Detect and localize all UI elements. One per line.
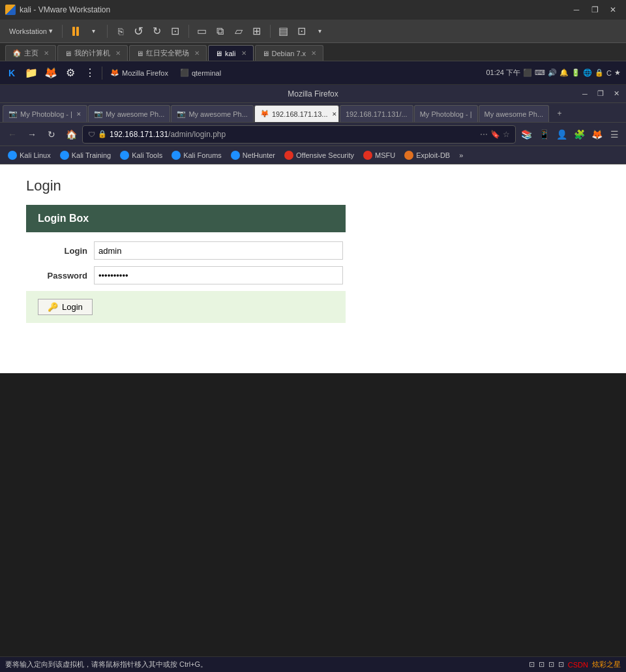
view-fit[interactable]: ⧉ — [213, 25, 228, 38]
ff-tab-3[interactable]: 📷 My awesome Ph... — [171, 105, 253, 122]
status-icon-1: ⊡ — [529, 660, 535, 669]
menu-icon[interactable]: ☰ — [606, 127, 622, 142]
ff-tab-6[interactable]: My Photoblog - | — [414, 105, 478, 122]
kali-browser-icon[interactable]: 🦊 — [42, 64, 60, 82]
bm-kali-training[interactable]: Kali Training — [56, 148, 115, 162]
minimize-button[interactable]: ─ — [569, 3, 584, 16]
login-box-container: Login Box Login Password 🔑 Login — [26, 205, 346, 323]
pause-button[interactable] — [68, 25, 83, 38]
home-button[interactable]: 🏠 — [63, 126, 80, 143]
synced-tabs-icon[interactable]: 📱 — [536, 127, 552, 142]
bookmarks-bar: Kali Linux Kali Training Kali Tools Kali… — [0, 146, 626, 164]
bm-exploit-db-label: Exploit-DB — [416, 151, 450, 159]
kali-linux-bm-icon — [8, 151, 17, 160]
kali-tab-close[interactable]: ✕ — [241, 50, 246, 57]
vm-tab-redday[interactable]: 🖥 红日安全靶场 ✕ — [129, 45, 207, 61]
kali-settings-icon[interactable]: ⚙ — [61, 64, 80, 82]
kali-audio-icon: 🔊 — [548, 69, 557, 77]
addr-more-icon[interactable]: ⋯ — [480, 130, 488, 139]
login-submit-button[interactable]: 🔑 Login — [38, 299, 93, 315]
vm-tabs-bar: 🏠 主页 ✕ 🖥 我的计算机 ✕ 🖥 红日安全靶场 ✕ 🖥 kali ✕ 🖥 D… — [0, 43, 626, 61]
firefox-taskbar-icon: 🦊 — [110, 69, 119, 77]
addr-star-icon[interactable]: ☆ — [503, 130, 510, 139]
login-page-title: Login — [26, 177, 600, 194]
qterminal-taskbar-btn[interactable]: ⬛ qterminal — [175, 64, 226, 82]
firefox-restore-btn[interactable]: ❐ — [593, 88, 608, 100]
redday-tab-icon: 🖥 — [136, 50, 143, 57]
bm-kali-forums[interactable]: Kali Forums — [168, 148, 226, 162]
workstation-dropdown-icon: ▾ — [49, 27, 53, 35]
toolbar-separator-3 — [188, 25, 189, 38]
pause-icon — [72, 27, 79, 36]
address-bar[interactable]: 🛡 🔒 192.168.171.131/admin/login.php ⋯ 🔖 … — [82, 125, 516, 144]
bm-nethunter[interactable]: NetHunter — [227, 148, 279, 162]
firefox-taskbar-btn[interactable]: 🦊 Mozilla Firefox — [105, 64, 173, 82]
firefox-nav-right: 📚 📱 👤 🧩 🦊 ☰ — [518, 127, 622, 142]
library-icon[interactable]: 📚 — [518, 127, 534, 142]
view-fullscreen[interactable]: ▭ — [194, 25, 210, 38]
ff-tab-1-close[interactable]: ✕ — [76, 111, 82, 117]
redday-tab-close[interactable]: ✕ — [194, 50, 200, 57]
bm-exploit-db[interactable]: Exploit-DB — [400, 148, 454, 162]
ff-tab-4-close[interactable]: ✕ — [332, 111, 337, 117]
firefox-close-btn[interactable]: ✕ — [609, 88, 623, 100]
ff-tab-7[interactable]: My awesome Ph... — [479, 105, 549, 122]
bm-msfu-label: MSFU — [375, 151, 395, 159]
ff-tab-5[interactable]: 192.168.171.131/... — [340, 105, 413, 122]
view-stretch[interactable]: ⊞ — [249, 25, 265, 38]
home-tab-close[interactable]: ✕ — [44, 50, 49, 57]
profile-icon[interactable]: 👤 — [554, 127, 569, 142]
bm-offensive-security[interactable]: Offensive Security — [280, 148, 358, 162]
kali-running-apps: 🦊 Mozilla Firefox ⬛ qterminal — [105, 64, 484, 82]
restore-snapshot-button[interactable]: ↺ — [131, 25, 147, 38]
bm-msfu[interactable]: MSFU — [359, 148, 399, 162]
debian-tab-close[interactable]: ✕ — [311, 50, 316, 57]
restore-button[interactable]: ❐ — [587, 3, 603, 16]
firefox-logo-icon[interactable]: 🦊 — [589, 127, 604, 142]
reload-button[interactable]: ↻ — [43, 126, 60, 143]
close-button[interactable]: ✕ — [605, 3, 621, 16]
forward-button[interactable]: → — [23, 126, 40, 143]
ff-tab-2[interactable]: 📷 My awesome Ph... — [88, 105, 170, 122]
bm-kali-linux[interactable]: Kali Linux — [4, 148, 55, 162]
kali-terminal-status-icon: ⬛ — [523, 69, 532, 77]
kali-taskbar-sep — [102, 67, 102, 80]
mycomputer-tab-close[interactable]: ✕ — [115, 50, 121, 57]
send-ctrl-alt-del[interactable]: ⊡ — [168, 25, 183, 38]
password-input[interactable] — [94, 266, 343, 284]
pause-dropdown[interactable]: ▾ — [86, 25, 102, 38]
qterminal-taskbar-label: qterminal — [192, 69, 221, 77]
nethunter-bm-icon — [231, 151, 240, 160]
ff-tab-4[interactable]: 🦊 192.168.171.13... ✕ — [254, 105, 339, 122]
ff-new-tab-btn[interactable]: + — [551, 105, 568, 122]
vm-tab-debian[interactable]: 🖥 Debian 7.x ✕ — [255, 45, 324, 61]
ff-tab-2-icon: 📷 — [94, 110, 103, 118]
terminal-button[interactable]: ▤ — [276, 25, 291, 38]
kali-menu-icon[interactable]: K — [3, 64, 21, 82]
snapshot-manager-button[interactable]: ↻ — [149, 25, 165, 38]
view-more-dropdown[interactable]: ▾ — [312, 25, 328, 38]
kali-files-icon[interactable]: 📁 — [22, 64, 40, 82]
vm-tab-mycomputer[interactable]: 🖥 我的计算机 ✕ — [57, 45, 128, 61]
ff-tab-6-label: My Photoblog - | — [420, 110, 472, 118]
view-expand[interactable]: ⊡ — [294, 25, 310, 38]
vm-tab-kali[interactable]: 🖥 kali ✕ — [208, 45, 254, 61]
ff-tab-1[interactable]: 📷 My Photoblog - | ✕ — [3, 105, 87, 122]
vm-tab-home[interactable]: 🏠 主页 ✕ — [5, 45, 56, 61]
ff-tab-3-icon: 📷 — [177, 110, 186, 118]
login-button-row: 🔑 Login — [26, 291, 346, 323]
bm-more[interactable]: » — [455, 148, 467, 162]
snapshot-button[interactable]: ⎘ — [113, 25, 128, 38]
addr-bookmark-icon[interactable]: 🔖 — [490, 130, 500, 139]
bm-kali-tools[interactable]: Kali Tools — [116, 148, 166, 162]
workstation-menu[interactable]: Workstation ▾ — [5, 24, 57, 38]
back-button[interactable]: ← — [4, 126, 21, 143]
view-unity[interactable]: ▱ — [231, 25, 246, 38]
extensions-icon[interactable]: 🧩 — [571, 127, 587, 142]
kali-more-icon[interactable]: ⋮ — [81, 64, 99, 82]
status-message: 要将输入定向到该虚拟机，请将鼠标指针移入其中或按 Ctrl+G。 — [5, 660, 207, 669]
ff-tab-1-icon: 📷 — [8, 110, 18, 118]
firefox-minimize-btn[interactable]: ─ — [578, 88, 592, 100]
bm-kali-tools-label: Kali Tools — [132, 151, 162, 159]
login-input[interactable] — [94, 241, 343, 260]
